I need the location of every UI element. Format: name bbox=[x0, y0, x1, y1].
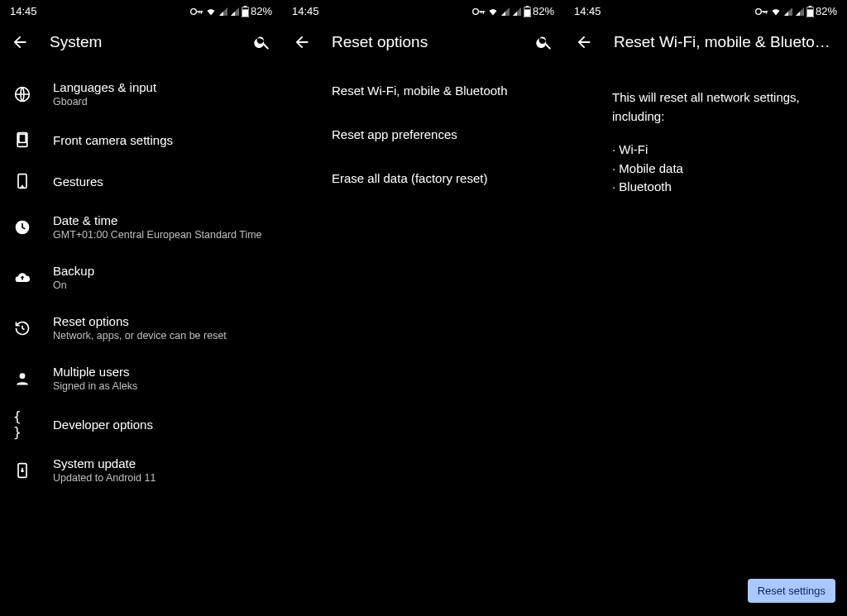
svg-rect-5 bbox=[244, 6, 247, 7]
back-button[interactable] bbox=[292, 32, 312, 52]
signal2-icon bbox=[512, 7, 522, 17]
reset-settings-button[interactable]: Reset settings bbox=[748, 579, 835, 603]
statusbar: 14:45 82% bbox=[0, 0, 282, 21]
camera-front-icon bbox=[13, 131, 31, 149]
wifi-icon bbox=[487, 7, 499, 17]
search-button[interactable] bbox=[534, 32, 554, 52]
svg-point-21 bbox=[756, 8, 762, 14]
signal2-icon bbox=[795, 7, 805, 17]
button-bar: Reset settings bbox=[564, 571, 847, 616]
lead-text: This will reset all network settings, in… bbox=[612, 88, 830, 126]
reset-list: Reset Wi-Fi, mobile & Bluetooth Reset ap… bbox=[282, 62, 564, 616]
back-button[interactable] bbox=[574, 32, 594, 52]
svg-rect-23 bbox=[766, 11, 767, 13]
item-date-time[interactable]: Date & time GMT+01:00 Central European S… bbox=[0, 202, 282, 252]
page-title: Reset options bbox=[332, 33, 534, 51]
status-battery: 82% bbox=[816, 5, 837, 17]
item-label: Reset Wi-Fi, mobile & Bluetooth bbox=[332, 84, 508, 98]
item-gestures[interactable]: Gestures bbox=[0, 160, 282, 202]
system-update-icon bbox=[13, 461, 31, 480]
svg-rect-20 bbox=[524, 9, 530, 17]
item-backup[interactable]: Backup On bbox=[0, 252, 282, 303]
item-sub: Network, apps, or device can be reset bbox=[53, 330, 227, 341]
svg-rect-27 bbox=[807, 9, 813, 17]
item-sub: Updated to Android 11 bbox=[53, 472, 156, 484]
vpn-key-icon bbox=[472, 7, 486, 16]
svg-point-0 bbox=[191, 8, 197, 14]
cloud-upload-icon bbox=[13, 269, 31, 287]
item-label: Erase all data (factory reset) bbox=[332, 171, 487, 185]
status-icons: 82% bbox=[755, 5, 837, 17]
wifi-icon bbox=[205, 7, 217, 17]
status-battery: 82% bbox=[533, 5, 554, 17]
person-icon bbox=[13, 370, 31, 388]
signal1-icon bbox=[500, 7, 510, 17]
item-sub: On bbox=[53, 279, 94, 291]
battery-icon bbox=[806, 6, 814, 17]
page-title: Reset Wi-Fi, mobile & Blueto… bbox=[614, 33, 837, 51]
settings-list: Languages & input Gboard Front camera se… bbox=[0, 62, 282, 616]
item-sub: Signed in as Aleks bbox=[53, 380, 137, 392]
battery-icon bbox=[242, 6, 249, 17]
status-time: 14:45 bbox=[10, 5, 37, 17]
item-system-update[interactable]: System update Updated to Android 11 bbox=[0, 445, 282, 495]
globe-icon bbox=[13, 85, 31, 103]
header: Reset Wi-Fi, mobile & Blueto… bbox=[564, 21, 847, 62]
item-sub: Gboard bbox=[53, 96, 156, 107]
statusbar: 14:45 82% bbox=[564, 0, 847, 21]
signal1-icon bbox=[783, 7, 793, 17]
status-time: 14:45 bbox=[292, 5, 319, 17]
svg-point-12 bbox=[20, 373, 26, 379]
item-front-camera[interactable]: Front camera settings bbox=[0, 119, 282, 160]
item-developer-options[interactable]: { } Developer options bbox=[0, 404, 282, 445]
statusbar: 14:45 82% bbox=[282, 0, 564, 21]
status-icons: 82% bbox=[190, 5, 272, 17]
bullet-wifi: Wi-Fi bbox=[612, 141, 830, 160]
item-factory-reset[interactable]: Erase all data (factory reset) bbox=[282, 156, 564, 200]
signal2-icon bbox=[230, 7, 240, 17]
clock-icon bbox=[13, 218, 31, 236]
item-sub: GMT+01:00 Central European Standard Time bbox=[53, 229, 262, 241]
item-label: Front camera settings bbox=[53, 133, 173, 147]
vpn-key-icon bbox=[190, 7, 203, 16]
page-title: System bbox=[50, 33, 252, 51]
svg-rect-24 bbox=[763, 11, 764, 13]
bullet-mobile: Mobile data bbox=[612, 160, 830, 179]
svg-point-14 bbox=[473, 8, 479, 14]
search-button[interactable] bbox=[252, 32, 272, 52]
signal1-icon bbox=[218, 7, 228, 17]
item-label: Multiple users bbox=[53, 365, 137, 379]
battery-icon bbox=[524, 6, 531, 17]
svg-rect-16 bbox=[483, 11, 484, 13]
bullet-bluetooth: Bluetooth bbox=[612, 178, 830, 197]
svg-rect-17 bbox=[481, 11, 481, 13]
arrow-back-icon bbox=[293, 33, 311, 51]
braces-icon: { } bbox=[13, 415, 31, 433]
item-reset-options[interactable]: Reset options Network, apps, or device c… bbox=[0, 303, 282, 353]
header: System bbox=[0, 21, 282, 62]
arrow-back-icon bbox=[11, 33, 29, 51]
svg-rect-19 bbox=[526, 6, 529, 7]
wifi-icon bbox=[770, 7, 782, 17]
arrow-back-icon bbox=[575, 33, 593, 51]
body-text: This will reset all network settings, in… bbox=[564, 62, 847, 197]
vpn-key-icon bbox=[755, 7, 768, 16]
item-multiple-users[interactable]: Multiple users Signed in as Aleks bbox=[0, 353, 282, 404]
svg-rect-6 bbox=[242, 9, 248, 17]
item-reset-app-prefs[interactable]: Reset app preferences bbox=[282, 112, 564, 156]
restore-icon bbox=[13, 319, 31, 337]
item-label: Languages & input bbox=[53, 80, 156, 94]
search-icon bbox=[253, 33, 271, 51]
item-label: Reset app preferences bbox=[332, 127, 457, 141]
svg-rect-3 bbox=[199, 11, 199, 13]
screen-reset-network: 14:45 82% Reset Wi-Fi, mobile & Blueto… … bbox=[564, 0, 847, 616]
gestures-icon bbox=[13, 172, 31, 190]
item-label: Developer options bbox=[53, 418, 153, 432]
status-battery: 82% bbox=[251, 5, 272, 17]
svg-rect-2 bbox=[201, 11, 202, 13]
item-reset-network[interactable]: Reset Wi-Fi, mobile & Bluetooth bbox=[282, 69, 564, 112]
status-icons: 82% bbox=[472, 5, 554, 17]
back-button[interactable] bbox=[10, 32, 30, 52]
screen-system: 14:45 82% System Languages & input Gboar… bbox=[0, 0, 282, 616]
item-languages-input[interactable]: Languages & input Gboard bbox=[0, 69, 282, 119]
